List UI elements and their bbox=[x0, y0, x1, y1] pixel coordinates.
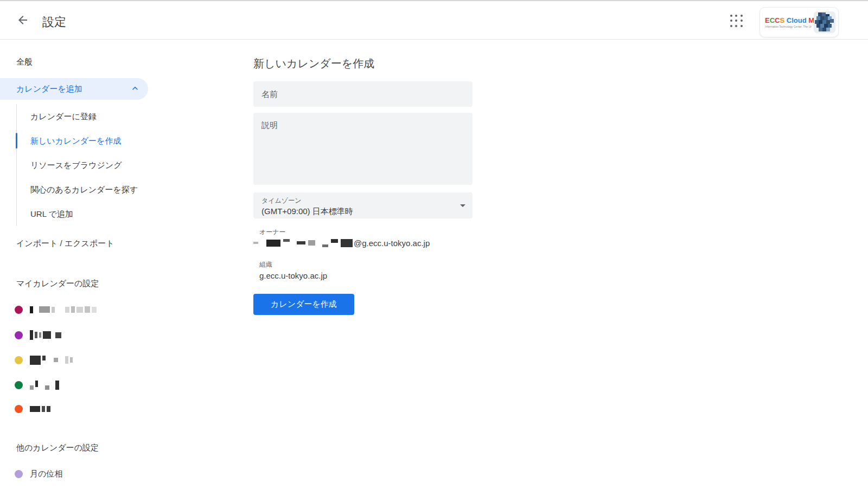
redacted-calendar-name bbox=[30, 356, 73, 365]
sidebar-item-add-by-url[interactable]: URL で追加 bbox=[17, 202, 142, 226]
settings-sidebar: 全般 カレンダーを追加 カレンダーに登録 新しいカレンダーを作成 リソースをブラ… bbox=[0, 40, 239, 496]
timezone-select[interactable]: タイムゾーン (GMT+09:00) 日本標準時 bbox=[253, 192, 473, 218]
owner-email-domain: @g.ecc.u-tokyo.ac.jp bbox=[354, 239, 430, 248]
calendar-color-dot bbox=[15, 356, 23, 364]
calendar-color-dot bbox=[15, 470, 23, 478]
sidebar-item-subscribe-calendar[interactable]: カレンダーに登録 bbox=[17, 104, 142, 128]
redacted-email-local-part bbox=[253, 239, 353, 247]
page-title: 設定 bbox=[42, 14, 66, 30]
organization-label: 組織 bbox=[259, 260, 272, 269]
redacted-calendar-name bbox=[30, 406, 50, 412]
apps-grid-icon bbox=[730, 15, 743, 28]
my-calendar-row[interactable] bbox=[15, 402, 50, 415]
my-calendar-row[interactable] bbox=[15, 353, 73, 366]
add-calendar-sub-list: カレンダーに登録 新しいカレンダーを作成 リソースをブラウジング 関心のあるカレ… bbox=[16, 104, 146, 226]
account-button[interactable]: ECCS Cloud Mail Information Technology C… bbox=[760, 7, 839, 37]
google-apps-button[interactable] bbox=[725, 9, 749, 33]
avatar bbox=[814, 11, 835, 33]
eccs-logo-text: ECCS Cloud Mail bbox=[765, 16, 812, 24]
owner-label: オーナー bbox=[259, 228, 286, 237]
my-calendars-heading: マイカレンダーの設定 bbox=[16, 279, 99, 289]
chevron-up-icon bbox=[130, 83, 141, 95]
calendar-color-dot bbox=[15, 405, 23, 413]
dropdown-caret-icon bbox=[460, 204, 465, 207]
redacted-calendar-name bbox=[30, 381, 59, 390]
calendar-color-dot bbox=[15, 381, 23, 389]
sidebar-item-browse-resources[interactable]: リソースをブラウジング bbox=[17, 153, 142, 177]
back-arrow-icon bbox=[16, 14, 29, 29]
create-calendar-button[interactable]: カレンダーを作成 bbox=[253, 294, 354, 315]
my-calendar-row[interactable] bbox=[15, 328, 61, 342]
section-heading: 新しいカレンダーを作成 bbox=[253, 56, 374, 71]
other-calendar-row-moon-phases[interactable]: 月の位相 bbox=[15, 467, 62, 480]
other-calendars-heading: 他のカレンダーの設定 bbox=[16, 443, 99, 453]
owner-email-line: @g.ecc.u-tokyo.ac.jp bbox=[253, 238, 430, 248]
redacted-calendar-name bbox=[30, 330, 61, 340]
organization-value: g.ecc.u-tokyo.ac.jp bbox=[259, 271, 327, 280]
sidebar-item-import-export[interactable]: インポート / エクスポート bbox=[16, 239, 114, 249]
calendar-name: 月の位相 bbox=[30, 469, 62, 479]
add-calendar-label: カレンダーを追加 bbox=[16, 84, 130, 94]
my-calendar-row[interactable] bbox=[15, 378, 59, 391]
calendar-name-input[interactable] bbox=[253, 81, 473, 107]
back-button[interactable] bbox=[12, 10, 34, 32]
header-bar: 設定 ECCS Cloud Mail Information Technolog… bbox=[0, 1, 868, 40]
calendar-color-dot bbox=[15, 306, 23, 314]
my-calendar-row[interactable] bbox=[15, 303, 97, 316]
calendar-color-dot bbox=[15, 331, 23, 339]
timezone-value: (GMT+09:00) 日本標準時 bbox=[261, 207, 464, 217]
sidebar-item-add-calendar[interactable]: カレンダーを追加 bbox=[0, 78, 148, 100]
eccs-logo: ECCS Cloud Mail Information Technology C… bbox=[765, 16, 812, 28]
calendar-description-input[interactable] bbox=[253, 113, 473, 185]
timezone-label: タイムゾーン bbox=[261, 196, 464, 205]
redacted-calendar-name bbox=[30, 306, 97, 313]
sidebar-item-browse-calendars-of-interest[interactable]: 関心のあるカレンダーを探す bbox=[17, 177, 142, 202]
sidebar-item-create-new-calendar[interactable]: 新しいカレンダーを作成 bbox=[17, 128, 142, 153]
eccs-logo-subtitle: Information Technology Center, The Unive… bbox=[765, 25, 812, 28]
sidebar-item-general[interactable]: 全般 bbox=[16, 57, 33, 67]
